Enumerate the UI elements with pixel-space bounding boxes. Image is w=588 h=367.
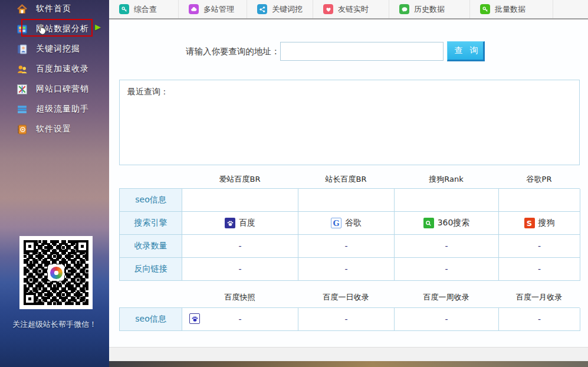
tab-history-data[interactable]: 历史数据 [389, 0, 470, 18]
key-icon [119, 4, 129, 14]
sidebar-item-label: 超级流量助手 [36, 104, 89, 114]
data-cell: - [182, 308, 298, 331]
tab-multi-site-management[interactable]: 多站管理 [179, 0, 247, 18]
column-header: 爱站百度BR [182, 174, 298, 186]
row-label-cell: 反向链接 [120, 258, 182, 281]
share-graph-icon [257, 4, 267, 14]
data-cell: - [395, 258, 499, 281]
data-cell: - [182, 235, 298, 258]
sidebar-item-home[interactable]: 软件首页 [0, 0, 109, 19]
table-row: seo信息 [120, 189, 580, 212]
data-cell: - [395, 308, 499, 331]
tab-friend-links-realtime[interactable]: 友链实时 [313, 0, 389, 18]
keyword-book-icon [16, 44, 28, 55]
column-header: 搜狗Rank [394, 174, 498, 186]
seo-table-header-row: 爱站百度BR 站长百度BR 搜狗Rank 谷歌PR [119, 174, 580, 186]
qr-finder-icon [78, 243, 86, 250]
data-cell [395, 189, 499, 212]
tab-label: 批量数据 [495, 4, 525, 15]
app-window: 软件首页 网站数据分析 关键词挖掘 百度加速收录 [0, 0, 588, 367]
sidebar-item-label: 网站口碑营销 [36, 84, 89, 94]
cloud-icon [189, 4, 199, 14]
sidebar-item-label: 软件设置 [36, 124, 71, 135]
data-cell [298, 189, 395, 212]
data-cell: - [499, 235, 580, 258]
traffic-bars-icon [16, 104, 28, 115]
heart-icon [323, 4, 333, 14]
data-cell: 百度 [182, 212, 298, 235]
data-cell: - [298, 235, 395, 258]
google-icon: G [331, 218, 341, 228]
snapshot-table-header-row: 百度快照 百度一日收录 百度一周收录 百度一月收录 [119, 292, 580, 304]
main-panel: 综合查 多站管理 关键词挖 友链实时 历史数据 批量数据 [109, 0, 588, 367]
tab-keyword-mining[interactable]: 关键词挖 [247, 0, 313, 18]
data-cell: G 谷歌 [298, 212, 395, 235]
data-cell: - [499, 258, 580, 281]
data-cell: - [298, 258, 395, 281]
query-section: 请输入你要查询的地址： 查 询 [109, 41, 588, 61]
sidebar-item-baidu-speed-index[interactable]: 百度加速收录 [0, 59, 109, 79]
sidebar-item-label: 软件首页 [36, 4, 71, 14]
query-label: 请输入你要查询的地址： [186, 46, 280, 57]
data-cell [182, 189, 298, 212]
tab-batch-data[interactable]: 批量数据 [470, 0, 553, 18]
desktop-background-strip [109, 361, 588, 367]
tab-bar: 综合查 多站管理 关键词挖 友链实时 历史数据 批量数据 [109, 0, 588, 19]
engine-name: 搜狗 [538, 218, 555, 228]
baidu-snapshot-paw-icon [189, 313, 200, 324]
sidebar-item-label: 关键词挖掘 [36, 44, 80, 54]
sidebar-item-word-of-mouth[interactable]: 网站口碑营销 [0, 79, 109, 99]
data-cell [499, 189, 580, 212]
submenu-arrow-icon: ▶ [95, 22, 101, 31]
recent-queries-label: 最近查询： [120, 80, 579, 97]
row-label-cell: 收录数量 [120, 235, 182, 258]
snapshot-table: seo信息 - - - - [119, 307, 580, 331]
seo-table: seo信息 搜索引擎 百度 G 谷歌 [119, 188, 580, 281]
sidebar-item-site-data-analysis[interactable]: 网站数据分析 [0, 19, 109, 39]
sidebar-item-label: 百度加速收录 [36, 64, 89, 74]
sidebar-item-label: 网站数据分析 [36, 24, 89, 34]
qr-finder-icon [26, 295, 34, 303]
data-cell: - [182, 258, 298, 281]
baidu-paw-icon [225, 218, 235, 228]
data-cell: - [298, 308, 395, 331]
column-header: 百度一周收录 [394, 292, 498, 304]
column-header: 百度一月收录 [498, 292, 580, 304]
sidebar-item-traffic-assistant[interactable]: 超级流量助手 [0, 99, 109, 119]
row-label-cell: 搜索引擎 [120, 212, 182, 235]
sidebar-menu: 软件首页 网站数据分析 关键词挖掘 百度加速收录 [0, 0, 109, 139]
data-cell: S 搜狗 [499, 212, 580, 235]
tab-label: 历史数据 [414, 4, 445, 15]
table-row: seo信息 - - - - [120, 308, 580, 331]
sogou-icon: S [524, 218, 535, 228]
window-bottom-strip [109, 347, 588, 361]
column-header: 站长百度BR [298, 174, 394, 186]
tab-label: 友链实时 [338, 4, 369, 15]
query-button[interactable]: 查 询 [447, 41, 485, 61]
recent-queries-panel: 最近查询： [119, 80, 580, 165]
data-cell: - [499, 308, 580, 331]
engine-name: 360搜索 [438, 218, 470, 228]
dashboard-grid-icon [16, 24, 28, 35]
column-header [119, 174, 182, 186]
column-header: 百度快照 [182, 292, 298, 304]
cell-value: - [238, 314, 241, 324]
content-area: 请输入你要查询的地址： 查 询 最近查询： 爱站百度BR 站长百度BR 搜狗Ra… [109, 19, 588, 347]
wechat-qr-code [19, 236, 93, 309]
column-header: 谷歌PR [498, 174, 580, 186]
tab-comprehensive-query[interactable]: 综合查 [109, 0, 179, 18]
sidebar-item-settings[interactable]: 软件设置 [0, 119, 109, 139]
table-row: 搜索引擎 百度 G 谷歌 360搜索 S 搜狗 [120, 212, 580, 235]
chat-bubble-icon [399, 4, 409, 14]
column-header: 百度一日收录 [298, 292, 394, 304]
key-icon [480, 4, 490, 14]
brand-logo-icon [48, 264, 64, 281]
sidebar-item-keyword-mining[interactable]: 关键词挖掘 [0, 39, 109, 59]
row-label-cell: seo信息 [120, 189, 182, 212]
engine-name: 百度 [239, 218, 255, 228]
qr-caption: 关注超级站长帮手微信！ [0, 319, 109, 330]
tab-label: 综合查 [134, 4, 157, 15]
sidebar: 软件首页 网站数据分析 关键词挖掘 百度加速收录 [0, 0, 109, 367]
query-url-input[interactable] [280, 42, 444, 61]
data-cell: - [395, 235, 499, 258]
